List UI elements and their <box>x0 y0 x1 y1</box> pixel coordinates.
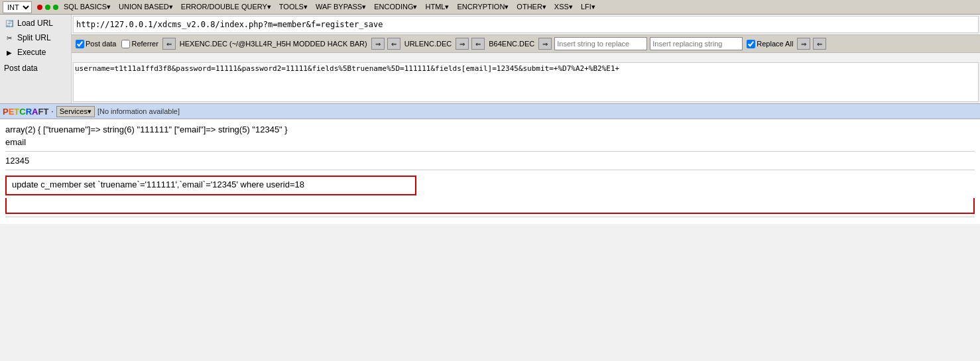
menu-union-based[interactable]: UNION BASED▾ <box>116 2 176 12</box>
insert-string-input[interactable] <box>554 37 647 50</box>
sidebar: 🔄 Load URL ✂ Split URL ▶ Execute <box>0 15 72 61</box>
petcraft-info: [No information available] <box>97 107 180 115</box>
petcraft-bar: PETCRAFT · Services▾ [No information ava… <box>0 103 980 119</box>
urlenc-left-arrow[interactable]: ⇐ <box>387 38 400 50</box>
url-input[interactable] <box>76 20 975 29</box>
split-url-icon: ✂ <box>4 32 15 43</box>
dot-green2-icon <box>53 5 58 10</box>
menu-waf-bypass[interactable]: WAF BYPASS▾ <box>313 2 369 12</box>
replace-all-checkbox[interactable] <box>747 40 755 48</box>
insert-replacing-input[interactable] <box>650 37 743 50</box>
load-url-icon: 🔄 <box>4 18 15 28</box>
output-highlighted-box: update c_member set `truename`='111111',… <box>5 173 975 214</box>
load-url-label: Load URL <box>17 19 53 28</box>
hexenc-right-arrow[interactable]: ⇒ <box>371 38 385 50</box>
sidebar-execute[interactable]: ▶ Execute <box>0 45 71 60</box>
main-container: 🔄 Load URL ✂ Split URL ▶ Execute Post da… <box>0 15 980 61</box>
output-divider3 <box>5 217 975 217</box>
b64enc-label: B64ENC.DEC <box>487 39 536 48</box>
menu-encryption[interactable]: ENCRYPTION▾ <box>454 2 511 12</box>
menu-xss[interactable]: XSS▾ <box>552 2 576 12</box>
replace-right-arrow[interactable]: ⇐ <box>813 38 826 50</box>
referrer-checkbox-label[interactable]: Referrer <box>120 39 159 49</box>
menu-encoding[interactable]: ENCODING▾ <box>371 2 420 12</box>
url-bar <box>73 16 979 33</box>
postdata-input[interactable] <box>73 62 979 102</box>
menu-html[interactable]: HTML▾ <box>422 2 452 12</box>
dot-red-icon <box>37 5 42 10</box>
toolbar-row: Post data Referrer ⇐ HEXENC.DEC (~/@H3LL… <box>72 34 980 53</box>
menu-tools[interactable]: TOOLS▾ <box>276 2 310 12</box>
urlenc-label: URLENC.DEC <box>403 39 454 48</box>
petcraft-logo: PETCRAFT <box>3 107 48 117</box>
post-data-checkbox[interactable] <box>76 40 84 48</box>
int-select[interactable]: INT <box>3 1 32 13</box>
dot-green-icon <box>45 5 50 10</box>
replace-all-label: Replace All <box>757 40 793 48</box>
postdata-section: Post data <box>0 61 980 103</box>
referrer-label: Referrer <box>131 40 158 48</box>
url-section: Post data Referrer ⇐ HEXENC.DEC (~/@H3LL… <box>72 15 980 61</box>
petcraft-services-btn[interactable]: Services▾ <box>56 106 95 117</box>
output-divider2 <box>5 170 975 170</box>
menu-other[interactable]: OTHER▾ <box>514 2 549 12</box>
menu-bar: INT SQL BASICS▾ UNION BASED▾ ERROR/DOUBL… <box>0 0 980 15</box>
sidebar-load-url[interactable]: 🔄 Load URL <box>0 16 71 30</box>
post-data-label: Post data <box>86 40 116 48</box>
output-line1: array(2) { ["truename"]=> string(6) "111… <box>5 123 975 136</box>
execute-icon: ▶ <box>4 47 15 58</box>
urlenc-right-arrow[interactable]: ⇒ <box>456 38 469 50</box>
b64enc-right-arrow[interactable]: ⇒ <box>538 38 552 50</box>
split-url-label: Split URL <box>17 33 51 42</box>
referrer-checkbox[interactable] <box>121 40 130 48</box>
output-area: array(2) { ["truename"]=> string(6) "111… <box>0 119 980 224</box>
output-line2: email <box>5 136 975 148</box>
hexenc-label: HEXENC.DEC (~/@H3LL4R_H5H MODDED HACK BA… <box>178 39 369 48</box>
int-dropdown[interactable]: INT <box>3 1 32 13</box>
menu-sql-basics[interactable]: SQL BASICS▾ <box>61 2 113 12</box>
replace-all-checkbox-label[interactable]: Replace All <box>745 39 794 49</box>
output-divider1 <box>5 151 975 152</box>
postdata-section-label: Post data <box>0 61 72 103</box>
replace-left-arrow[interactable]: ⇒ <box>797 38 810 50</box>
output-line4: update c_member set `truename`='111111',… <box>5 176 416 195</box>
output-line3: 12345 <box>5 154 975 167</box>
menu-lfi[interactable]: LFI▾ <box>578 2 598 12</box>
post-data-checkbox-label[interactable]: Post data <box>74 39 117 49</box>
hexenc-left-arrow[interactable]: ⇐ <box>162 38 176 50</box>
execute-label: Execute <box>17 48 46 57</box>
sidebar-split-url[interactable]: ✂ Split URL <box>0 30 71 45</box>
menu-error-double[interactable]: ERROR/DOUBLE QUERY▾ <box>178 2 274 12</box>
output-line4-bottom <box>5 198 975 214</box>
b64enc-left-arrow[interactable]: ⇐ <box>471 38 485 50</box>
petcraft-dot: · <box>51 107 53 116</box>
